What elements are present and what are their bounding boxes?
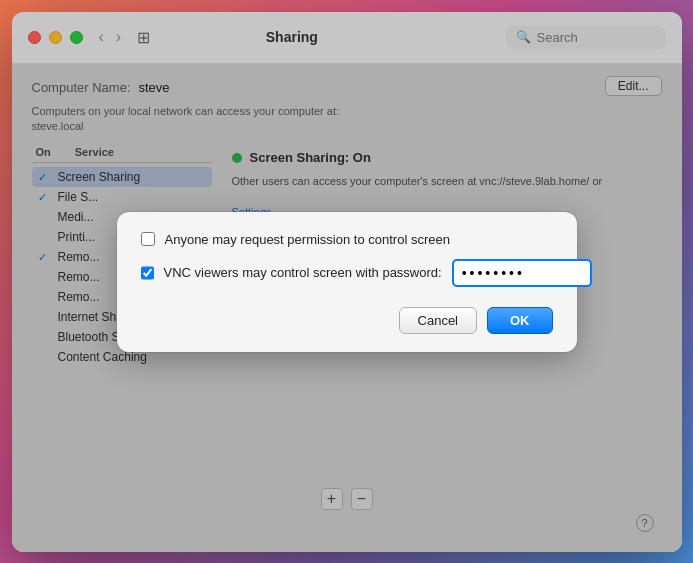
vnc-password-input[interactable] [452,259,592,287]
main-window: ‹ › ⊞ Sharing 🔍 Computer Name: steve Edi… [12,12,682,552]
anyone-may-request-label: Anyone may request permission to control… [165,232,450,247]
anyone-may-request-checkbox[interactable] [141,232,155,246]
cancel-button[interactable]: Cancel [399,307,477,334]
vnc-settings-dialog: Anyone may request permission to control… [117,212,577,352]
checkbox-row-1: Anyone may request permission to control… [141,232,553,247]
vnc-password-checkbox[interactable] [141,266,154,280]
checkbox-row-2: VNC viewers may control screen with pass… [141,259,553,287]
vnc-password-label: VNC viewers may control screen with pass… [164,265,442,280]
dialog-buttons: Cancel OK [141,307,553,334]
dialog-options: Anyone may request permission to control… [141,232,553,287]
ok-button[interactable]: OK [487,307,553,334]
dialog-overlay: Anyone may request permission to control… [12,12,682,552]
